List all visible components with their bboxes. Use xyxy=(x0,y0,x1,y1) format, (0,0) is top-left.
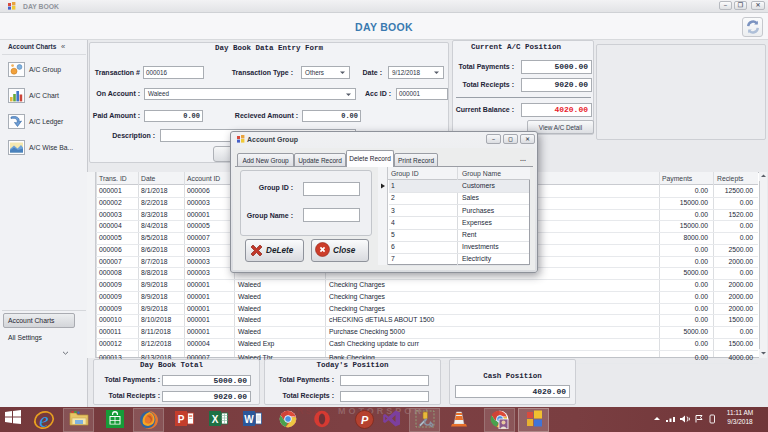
svg-text:W: W xyxy=(244,414,254,425)
svg-text:X: X xyxy=(211,414,218,425)
svg-text:P: P xyxy=(361,414,369,426)
svg-text:P: P xyxy=(177,414,184,425)
